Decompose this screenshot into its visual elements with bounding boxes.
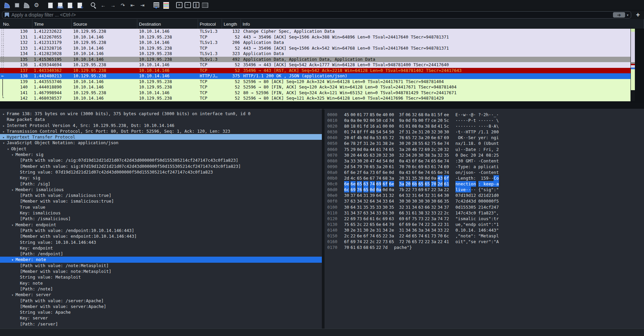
column-header-destination[interactable]: Destination bbox=[137, 19, 198, 29]
hex-row[interactable]: 01707061636865227dpache"} bbox=[325, 244, 644, 250]
column-header-time[interactable]: Time bbox=[32, 19, 72, 29]
hex-row[interactable]: 00803a333020474d540d0a436f6e74656e74:30 … bbox=[325, 158, 644, 164]
hex-row[interactable]: 0140302e31302e31342e3134363a343433220.10… bbox=[325, 227, 644, 233]
detail-line[interactable]: ▾JavaScript Object Notation: application… bbox=[0, 140, 322, 146]
expander-icon[interactable]: ▸ bbox=[3, 129, 7, 134]
auto-scroll-button[interactable] bbox=[152, 1, 161, 9]
hex-row[interactable]: 00902d547970653a206170706c6963617469-Typ… bbox=[325, 164, 644, 170]
detail-line[interactable]: ▾Member: endpoint bbox=[0, 222, 322, 228]
detail-line[interactable]: [Member with value: sig:07d19d12d21d21d0… bbox=[0, 163, 322, 169]
filter-expression-add-button[interactable]: + bbox=[634, 11, 642, 18]
packet-row-141[interactable]: 1411.46799894410.129.95.23810.10.14.146T… bbox=[0, 90, 631, 96]
packet-list-scrollbar[interactable] bbox=[631, 29, 635, 101]
packet-row-133[interactable]: 1331.41232871610.10.14.14610.129.95.238T… bbox=[0, 46, 631, 51]
packet-row-135[interactable]: 1351.41536519510.10.14.14610.129.95.238T… bbox=[0, 57, 631, 62]
hex-row[interactable]: 000045000177850e40003f0632680a815feeE··w… bbox=[325, 112, 644, 118]
column-header-protocol[interactable]: Protocol bbox=[198, 19, 222, 29]
packet-row-134[interactable]: 1341.41282302810.10.14.14610.129.95.238T… bbox=[0, 51, 631, 57]
packet-row-138[interactable]: ←1381.44348021310.129.95.23810.10.14.146… bbox=[0, 73, 631, 79]
close-file-button[interactable]: × bbox=[65, 1, 74, 9]
colorize-packets-button[interactable] bbox=[162, 1, 170, 9]
detail-line[interactable]: ▸Transmission Control Protocol, Src Port… bbox=[0, 128, 322, 134]
packet-row-142[interactable]: └1421.46803853710.10.14.14610.129.95.238… bbox=[0, 96, 631, 101]
expander-icon[interactable]: ▸ bbox=[3, 134, 7, 140]
hex-row[interactable]: 00506e782f312e31382e3020285562756e74nx/1… bbox=[325, 140, 644, 146]
column-header-no[interactable]: No. bbox=[0, 19, 32, 29]
stop-capture-button[interactable] bbox=[12, 1, 21, 9]
go-forward-button[interactable]: → bbox=[109, 1, 117, 9]
packet-row-130[interactable]: 1301.41223262210.129.95.23810.10.14.146T… bbox=[0, 29, 631, 34]
open-file-button[interactable]: ↓ bbox=[46, 1, 55, 9]
packet-row-137[interactable]: 1371.44334036210.129.95.23810.10.14.146T… bbox=[0, 68, 631, 74]
detail-line[interactable]: [Path: /note] bbox=[0, 286, 322, 292]
detail-line[interactable]: True value bbox=[0, 204, 322, 210]
find-packet-button[interactable] bbox=[89, 1, 98, 9]
packet-row-136[interactable]: 1361.43934469410.129.95.23810.10.14.146T… bbox=[0, 62, 631, 68]
expander-icon[interactable]: ▸ bbox=[3, 111, 7, 117]
detail-line[interactable]: [Member with value: note:Metasploit] bbox=[0, 268, 322, 274]
detail-line[interactable]: Raw packet data bbox=[0, 117, 322, 122]
detail-line[interactable]: [Path: /server] bbox=[0, 321, 322, 327]
detail-line[interactable]: ▸Frame 138: 375 bytes on wire (3000 bits… bbox=[0, 111, 322, 117]
save-file-button[interactable]: 0101 bbox=[56, 1, 64, 9]
hex-row[interactable]: 0040204f4b0d0a5365727665723a206e6769 OK·… bbox=[325, 135, 644, 140]
display-filter-input[interactable] bbox=[11, 12, 611, 18]
hex-row[interactable]: 0100306431353533303532313463663234370d15… bbox=[325, 204, 644, 210]
detail-line[interactable]: ▸Hypertext Transfer Protocol bbox=[0, 134, 322, 140]
zoom-out-button[interactable]: − bbox=[184, 1, 191, 9]
reload-file-button[interactable]: ↻ bbox=[75, 1, 84, 9]
column-header-info[interactable]: Info bbox=[241, 19, 644, 29]
detail-line[interactable]: [Member with value: ismalicious:true] bbox=[0, 198, 322, 204]
hex-row[interactable]: 013075652c22656e64706f696e74223a2231ue,"… bbox=[325, 222, 644, 227]
packet-row-140[interactable]: 1401.44401889010.10.14.14610.129.95.238T… bbox=[0, 84, 631, 90]
detail-line[interactable]: ▾Member: ismalicious bbox=[0, 187, 322, 192]
detail-line[interactable]: String value: 07d19d12d21d21d07c42d43d00… bbox=[0, 169, 322, 175]
filter-bookmark-icon[interactable] bbox=[5, 12, 9, 18]
detail-line[interactable]: String value: Metasploit bbox=[0, 274, 322, 280]
hex-row[interactable]: 00f0376334326434336430303030303066357c42… bbox=[325, 198, 644, 204]
hex-row[interactable]: 0070302044656320323032342030383a32350 De… bbox=[325, 152, 644, 158]
hex-row[interactable]: 00a06f6e2f6a736f6e0d0a436f6e74656e74on/j… bbox=[325, 170, 644, 175]
zoom-in-button[interactable]: + bbox=[175, 1, 183, 9]
expander-icon[interactable]: ▾ bbox=[11, 292, 16, 298]
hex-row[interactable]: 00100a0a0e920050cd749a0dfb00f7ce205c····… bbox=[325, 118, 644, 123]
hex-row[interactable]: 00d06c6976650d0a0d0a7b22736967223a22live… bbox=[325, 187, 644, 192]
expander-icon[interactable]: ▾ bbox=[11, 152, 16, 158]
hex-row[interactable]: 003001748fff485454502f312e3120323030·t··… bbox=[325, 129, 644, 135]
hex-row[interactable]: 01502c226e6f7465223a224d65746173706c,"no… bbox=[325, 233, 644, 239]
detail-line[interactable]: [Path with value: /ismalicious:true] bbox=[0, 192, 322, 198]
column-header-length[interactable]: Length bbox=[222, 19, 241, 29]
detail-line[interactable]: Key: note bbox=[0, 280, 322, 286]
expander-icon[interactable]: ▾ bbox=[3, 140, 7, 146]
detail-line[interactable]: ▾Member: note bbox=[0, 257, 322, 262]
go-first-packet-button[interactable]: ⇤ bbox=[128, 1, 137, 9]
detail-line[interactable]: [Path with value: /server:Apache] bbox=[0, 298, 322, 304]
vertical-splitter[interactable]: ······ bbox=[322, 109, 325, 329]
detail-line[interactable]: ▾Object bbox=[0, 146, 322, 152]
hex-row[interactable]: 00e03037643139643132643231643231643007d1… bbox=[325, 192, 644, 198]
expander-icon[interactable]: ▾ bbox=[11, 222, 16, 228]
detail-line[interactable]: String value: Apache bbox=[0, 309, 322, 315]
detail-line[interactable]: [Member with value: server:Apache] bbox=[0, 304, 322, 309]
detail-line[interactable]: String value: 10.10.14.146:443 bbox=[0, 239, 322, 245]
go-last-packet-button[interactable]: ⇥ bbox=[138, 1, 147, 9]
hex-row[interactable]: 0020801801fd16a100000101080a388d415c····… bbox=[325, 123, 644, 129]
detail-line[interactable]: [Path with value: /endpoint:10.10.14.146… bbox=[0, 228, 322, 233]
detail-line[interactable]: Key: sig bbox=[0, 175, 322, 181]
display-filter-field[interactable]: ➔ ▾ bbox=[2, 11, 631, 19]
detail-line[interactable]: [Path: /sig] bbox=[0, 181, 322, 187]
expander-icon[interactable]: ▾ bbox=[11, 187, 16, 193]
detail-line[interactable]: [Path with value: /sig:07d19d12d21d21d07… bbox=[0, 157, 322, 163]
expander-icon[interactable]: ▾ bbox=[7, 146, 11, 152]
packet-row-139[interactable]: 1391.44355374610.10.14.14610.129.95.238T… bbox=[0, 79, 631, 85]
detail-line[interactable]: Key: server bbox=[0, 315, 322, 321]
detail-line[interactable]: [Path: /ismalicious] bbox=[0, 216, 322, 222]
detail-line[interactable]: ▾Member: server bbox=[0, 292, 322, 298]
detail-line[interactable]: [Path with value: /note:Metasploit] bbox=[0, 263, 322, 268]
capture-options-button[interactable]: ⚙ bbox=[32, 1, 41, 9]
hex-row[interactable]: 00c06e6e656374696f6e3a206b6565702d61nnec… bbox=[325, 181, 644, 187]
start-capture-button[interactable] bbox=[3, 1, 11, 9]
detail-line[interactable]: ▾Member: sig bbox=[0, 152, 322, 157]
go-back-button[interactable]: ← bbox=[99, 1, 108, 9]
go-to-packet-button[interactable]: ↷ bbox=[118, 1, 127, 9]
